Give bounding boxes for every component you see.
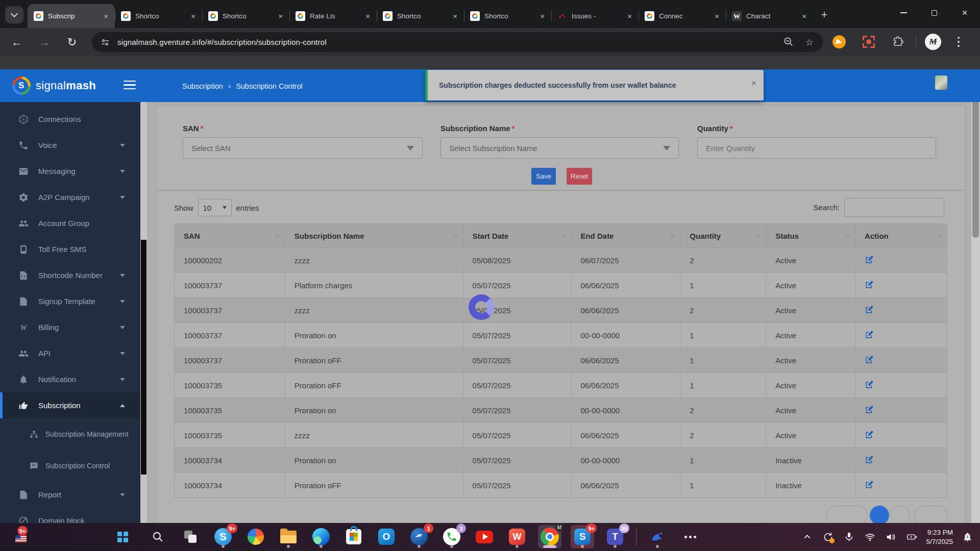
forward-icon[interactable]: → <box>36 34 53 51</box>
edit-icon[interactable] <box>865 382 874 391</box>
close-icon[interactable]: × <box>949 0 980 26</box>
sync-icon[interactable] <box>819 528 837 546</box>
taskbar-chrome-icon[interactable]: M <box>538 525 561 548</box>
browser-tab[interactable]: Rate Lis× <box>289 4 377 28</box>
edit-icon[interactable] <box>865 307 874 316</box>
taskbar-whatsapp-icon[interactable]: 3 <box>440 525 463 548</box>
taskbar-corner-widget[interactable]: 9+ <box>12 527 33 547</box>
browser-tab[interactable]: Issues -× <box>551 4 639 28</box>
tray-chevron-up-icon[interactable] <box>798 528 816 546</box>
browser-tab[interactable]: Shortco× <box>464 4 551 28</box>
tab-close-icon[interactable]: × <box>364 12 372 20</box>
sidebar-item-connections[interactable]: Connections <box>0 106 140 132</box>
taskbar-more-apps-icon[interactable] <box>678 525 702 548</box>
taskbar-search-taskbar-icon[interactable] <box>146 525 169 548</box>
tab-close-icon[interactable]: × <box>626 12 633 20</box>
column-header-quantity[interactable]: Quantity↑↓ <box>680 224 766 248</box>
new-tab-button[interactable]: + <box>817 7 832 22</box>
site-info-icon[interactable] <box>100 37 110 47</box>
sort-icon[interactable]: ↑↓ <box>275 232 279 239</box>
battery-icon[interactable] <box>903 528 920 546</box>
taskbar-copilot-icon[interactable] <box>244 525 267 548</box>
edit-icon[interactable] <box>865 457 874 466</box>
browser-tab[interactable]: Shortco× <box>115 4 202 28</box>
sort-icon[interactable]: ↑↓ <box>845 232 849 239</box>
browser-profile-avatar[interactable]: M <box>925 34 941 50</box>
browser-tab[interactable]: WCharact× <box>726 4 813 28</box>
taskbar-teams-icon[interactable]: T35 <box>603 525 627 548</box>
address-bar[interactable]: signalmash.gventure.info/#/subscription/… <box>92 32 823 52</box>
zoom-icon[interactable] <box>783 36 794 49</box>
quantity-input[interactable]: Enter Quantity <box>697 137 936 159</box>
edit-icon[interactable] <box>865 482 874 491</box>
edit-icon[interactable] <box>865 332 874 341</box>
bookmark-star-icon[interactable]: ☆ <box>805 37 814 48</box>
maximize-icon[interactable] <box>919 0 949 26</box>
sidebar-item-api[interactable]: API <box>0 340 140 366</box>
screen-recorder-extension-icon[interactable] <box>862 35 876 49</box>
notification-bell-icon[interactable]: z <box>959 528 976 546</box>
pagination-page-1-button[interactable] <box>870 506 889 523</box>
browser-menu-icon[interactable] <box>958 37 960 39</box>
sort-icon[interactable]: ↑↓ <box>560 232 565 239</box>
sidebar-item-subscription-management[interactable]: Subscription Management <box>0 418 140 450</box>
page-scrollbar-thumb[interactable] <box>972 85 979 238</box>
taskbar-task-view-icon[interactable] <box>179 525 202 548</box>
sidebar-item-notification[interactable]: Notification <box>0 366 140 392</box>
sidebar-item-account-group[interactable]: Account Group <box>0 210 140 236</box>
volume-icon[interactable] <box>882 528 899 546</box>
page-size-select[interactable]: 10 <box>198 199 232 216</box>
microphone-icon[interactable] <box>840 528 857 546</box>
sidebar-item-domain-block[interactable]: Domain block <box>0 508 140 523</box>
tab-close-icon[interactable]: × <box>451 12 459 20</box>
browser-tab[interactable]: Shortco× <box>202 4 289 28</box>
page-scrollbar[interactable] <box>971 69 980 523</box>
sort-icon[interactable]: ↑↓ <box>937 232 941 239</box>
save-button[interactable]: Save <box>531 168 556 185</box>
subscription-name-select[interactable]: Select Subscription Name <box>440 137 679 159</box>
taskbar-file-explorer-icon[interactable] <box>277 525 300 548</box>
sort-icon[interactable]: ↑↓ <box>453 232 457 239</box>
column-header-subscription-name[interactable]: Subscription Name↑↓ <box>285 224 463 248</box>
signalmash-logo[interactable]: S signalmash <box>12 77 96 95</box>
reset-button[interactable]: Reset <box>567 168 592 185</box>
taskbar-clock[interactable]: 9:23 PM 5/7/2025 <box>926 528 953 546</box>
browser-tab[interactable]: Connec× <box>639 4 726 28</box>
taskbar-outlook-icon[interactable]: O <box>375 525 398 548</box>
san-select[interactable]: Select SAN <box>183 137 423 159</box>
sidebar-item-shortcode-number[interactable]: Shortcode Number <box>0 262 140 288</box>
sidebar-item-subscription-control[interactable]: Subscription Control <box>0 450 140 482</box>
edit-icon[interactable] <box>865 432 874 441</box>
user-avatar[interactable] <box>935 76 947 90</box>
extension-icon-orange[interactable] <box>832 35 846 49</box>
sidebar-item-voice[interactable]: Voice <box>0 132 140 158</box>
sidebar-scrollbar-thumb[interactable] <box>141 240 146 474</box>
edit-icon[interactable] <box>865 407 874 416</box>
edit-icon[interactable] <box>865 282 874 291</box>
minimize-icon[interactable] <box>888 0 919 26</box>
pagination-next-button[interactable] <box>914 506 948 523</box>
tab-search-button[interactable] <box>5 6 23 23</box>
taskbar-youtube-icon[interactable] <box>473 525 496 548</box>
sidebar-item-billing[interactable]: WBilling <box>0 314 140 340</box>
browser-tab[interactable]: Shortco× <box>377 4 464 28</box>
sidebar-item-report[interactable]: Report <box>0 482 140 508</box>
sidebar-item-subscription[interactable]: Subscription <box>0 392 140 418</box>
extensions-puzzle-icon[interactable] <box>891 35 905 49</box>
search-input[interactable] <box>844 198 944 217</box>
back-icon[interactable]: ← <box>8 34 26 51</box>
column-header-status[interactable]: Status↑↓ <box>766 224 855 248</box>
taskbar-skype-icon[interactable]: S9+ <box>211 525 235 548</box>
sidebar-item-signup-template[interactable]: Signup Template <box>0 288 140 314</box>
tab-close-icon[interactable]: × <box>800 12 808 20</box>
browser-tab[interactable]: Subscrip× <box>28 4 115 28</box>
tab-close-icon[interactable]: × <box>102 12 110 20</box>
tab-close-icon[interactable]: × <box>713 12 721 20</box>
taskbar-s-messenger-icon[interactable]: S9+ <box>571 525 594 548</box>
taskbar-dolphin-icon[interactable] <box>646 525 669 548</box>
edit-icon[interactable] <box>865 257 874 266</box>
tab-close-icon[interactable]: × <box>277 12 284 20</box>
wifi-icon[interactable] <box>861 528 878 546</box>
sort-icon[interactable]: ↑↓ <box>670 232 674 239</box>
sidebar-scrollbar[interactable] <box>140 102 147 523</box>
